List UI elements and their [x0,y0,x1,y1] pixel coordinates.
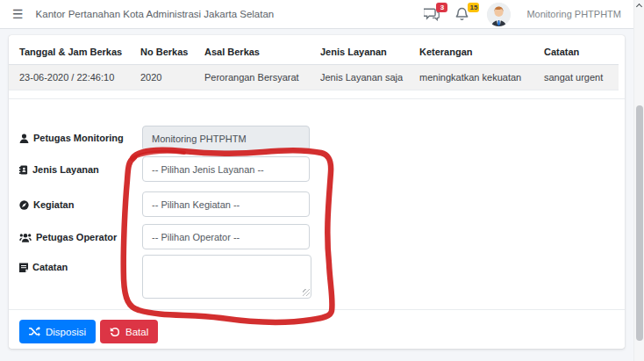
form-row-catatan: Catatan [9,255,625,299]
messages-button[interactable]: 3 [424,6,441,22]
petugas-operator-selected-value: -- Pilihan Operator -- [152,232,240,242]
berkas-table: Tanggal & Jam Berkas No Berkas Asal Berk… [9,40,619,90]
col-catatan: Catatan [533,40,619,65]
scrollbar-thumb[interactable] [636,105,643,341]
bell-icon [455,7,469,21]
kegiatan-selected-value: -- Pilihan Kegiatan -- [152,199,240,210]
user-name[interactable]: Monitoring PHTPHTM [526,9,621,19]
petugas-operator-label: Petugas Operator [19,232,117,242]
top-navbar: ☰ Kantor Pertanahan Kota Administrasi Ja… [0,0,633,29]
petugas-operator-select[interactable]: -- Pilihan Operator -- [142,224,310,249]
user-icon [19,134,29,143]
table-row: 23-06-2020 / 22:46:10 2020 Perorangan Be… [9,65,619,90]
batal-button[interactable]: Batal [100,320,158,343]
form-row-jenis-layanan: Jenis Layanan -- Pilihan Jenis Layanan -… [9,156,625,182]
messages-count-badge: 3 [436,3,447,12]
notifications-count-badge: 15 [468,3,479,12]
notifications-button[interactable]: 15 [455,6,473,22]
divider [9,309,625,310]
col-keterangan: Keterangan [409,40,533,65]
kegiatan-label: Kegiatan [19,199,74,210]
scroll-up-icon[interactable] [636,4,642,10]
form-row-petugas-operator: Petugas Operator -- Pilihan Operator -- [9,224,625,249]
avatar-person-icon [487,3,511,26]
cell-no-berkas: 2020 [130,65,194,90]
jenis-layanan-label: Jenis Layanan [19,164,99,175]
table-header-row: Tanggal & Jam Berkas No Berkas Asal Berk… [9,40,619,65]
cell-catatan: sangat urgent [533,65,619,90]
col-tanggal: Tanggal & Jam Berkas [9,40,130,65]
sticky-note-icon [19,263,28,272]
hamburger-menu-icon[interactable]: ☰ [12,8,24,20]
catatan-label: Catatan [19,262,68,272]
user-avatar[interactable] [487,3,511,26]
compass-icon [19,200,29,210]
users-icon [19,233,32,242]
col-asal-berkas: Asal Berkas [194,40,310,65]
form-row-kegiatan: Kegiatan -- Pilihan Kegiatan -- [9,191,625,217]
cell-keterangan: meningkatkan kekuatan [409,65,533,90]
app-title: Kantor Pertanahan Kota Administrasi Jaka… [36,9,275,19]
berkas-detail-card: Tanggal & Jam Berkas No Berkas Asal Berk… [9,35,625,349]
petugas-monitoring-input [142,126,310,151]
cell-jenis-layanan: Jenis Layanan saja [310,65,409,90]
col-no-berkas: No Berkas [130,40,194,65]
petugas-monitoring-label: Petugas Monitoring [19,133,124,143]
col-jenis-layanan: Jenis Layanan [310,40,409,65]
jenis-layanan-selected-value: -- Pilihan Jenis Layanan -- [152,164,264,175]
undo-icon [110,327,120,337]
shuffle-icon [29,327,40,336]
kegiatan-select[interactable]: -- Pilihan Kegiatan -- [142,191,310,217]
catatan-textarea[interactable] [142,255,311,299]
vertical-scrollbar[interactable] [633,0,644,361]
jenis-layanan-select[interactable]: -- Pilihan Jenis Layanan -- [142,156,310,182]
disposisi-button[interactable]: Disposisi [19,320,96,343]
cell-asal-berkas: Perorangan Bersyarat [194,65,310,90]
address-book-icon [19,165,28,175]
cell-tanggal: 23-06-2020 / 22:46:10 [9,65,130,90]
divider [9,98,625,99]
